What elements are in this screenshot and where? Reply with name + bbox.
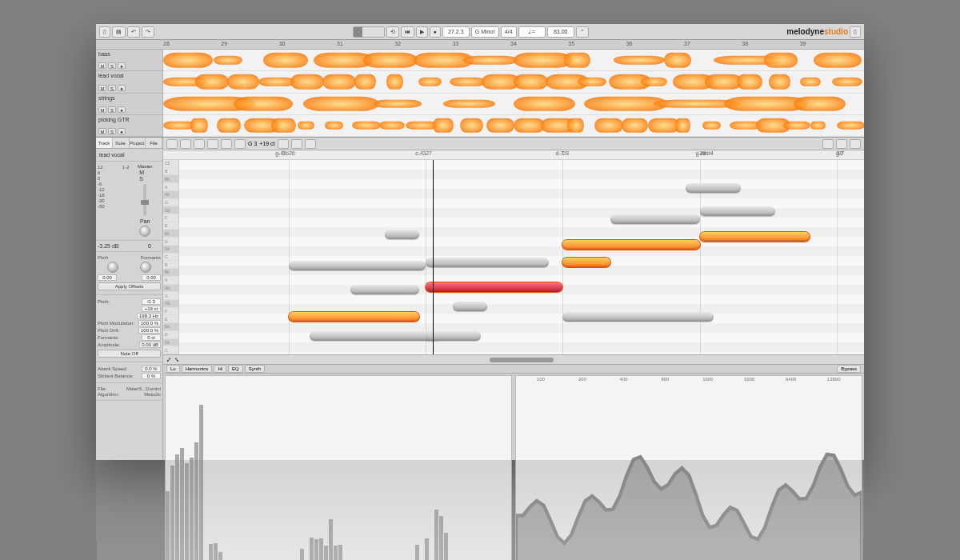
- track-mute-button[interactable]: M: [98, 62, 106, 69]
- pitch-key[interactable]: C: [163, 254, 178, 262]
- tool-time-icon[interactable]: [278, 139, 289, 149]
- track-mute-button[interactable]: M: [98, 128, 106, 134]
- pitch-key[interactable]: Bb: [163, 175, 178, 183]
- note-blob[interactable]: [562, 240, 699, 250]
- pitch-key[interactable]: A: [163, 183, 178, 191]
- track-rec-button[interactable]: ●: [118, 128, 126, 134]
- pitch-key[interactable]: G: [163, 292, 178, 300]
- tool-arrow-button[interactable]: ▤: [112, 26, 126, 38]
- track-mute-button[interactable]: M: [98, 106, 106, 113]
- pitch-key[interactable]: Ab: [163, 285, 178, 293]
- cycle-button[interactable]: ⟲: [386, 26, 399, 38]
- tool-pitch-icon[interactable]: [180, 139, 191, 149]
- track-header[interactable]: strings M S ●: [96, 94, 162, 115]
- track-solo-button[interactable]: S: [108, 128, 116, 134]
- pitch-key[interactable]: D: [163, 238, 178, 246]
- timesig-display[interactable]: 4/4: [501, 26, 517, 38]
- pitch-key[interactable]: Db: [163, 246, 178, 254]
- ni-form-val[interactable]: 0 ct: [142, 334, 161, 341]
- position-display[interactable]: 27.2.3: [442, 26, 470, 38]
- note-off-button[interactable]: Note Off: [98, 350, 161, 358]
- undo-button[interactable]: ↶: [127, 26, 140, 38]
- note-blob[interactable]: [610, 214, 699, 224]
- tool-mod-icon[interactable]: [194, 139, 205, 149]
- rewind-button[interactable]: ⏮: [401, 26, 414, 38]
- inspector-tab[interactable]: Note: [113, 138, 130, 148]
- note-blob[interactable]: [426, 282, 562, 292]
- pitch-ruler[interactable]: C5BBbAAbGGbFEEbDDbCBBbAAbGGbFEEbDDbC: [163, 160, 179, 354]
- display-mode-button[interactable]: ▯: [99, 26, 110, 38]
- track-lane[interactable]: [163, 50, 864, 71]
- track-mute-button[interactable]: M: [98, 85, 106, 91]
- track-name-field[interactable]: lead vocal: [98, 151, 161, 158]
- sound-tab[interactable]: Synth: [245, 365, 265, 373]
- note-blob[interactable]: [700, 232, 810, 242]
- scroll-thumb[interactable]: [490, 358, 554, 362]
- pitch-key[interactable]: B: [163, 168, 178, 176]
- note-blob[interactable]: [289, 261, 426, 270]
- track-solo-button[interactable]: S: [108, 106, 116, 113]
- pitch-key[interactable]: C: [163, 346, 178, 354]
- track-header[interactable]: bass M S ●: [96, 50, 162, 71]
- track-header[interactable]: picking GTR M S ●: [96, 115, 162, 137]
- pitch-key[interactable]: Eb: [163, 230, 178, 238]
- tool-sep-icon[interactable]: [291, 139, 302, 149]
- view-option-2[interactable]: [836, 139, 847, 149]
- chord-track[interactable]: g-/Bbc-/Gd-7g-add4g-7: [163, 150, 864, 160]
- zoom-v-icon[interactable]: ⤡: [174, 357, 179, 363]
- track-lane[interactable]: [163, 115, 864, 137]
- note-blob[interactable]: [426, 331, 480, 341]
- note-blob[interactable]: [686, 183, 740, 193]
- note-blob[interactable]: [562, 258, 610, 267]
- inspector-tab[interactable]: Project: [130, 138, 146, 148]
- chord-label[interactable]: g-/Bb: [275, 150, 289, 156]
- tool-resid-icon[interactable]: [305, 139, 316, 149]
- settings-icon[interactable]: ▯: [850, 26, 861, 38]
- metronome-button[interactable]: ⌃: [576, 26, 589, 38]
- pitch-key[interactable]: D: [163, 331, 178, 339]
- pitch-key[interactable]: Eb: [163, 323, 178, 331]
- pitch-key[interactable]: Gb: [163, 300, 178, 308]
- track-lanes[interactable]: [163, 50, 864, 137]
- pitch-key[interactable]: Db: [163, 339, 178, 347]
- pitch-key[interactable]: Gb: [163, 206, 178, 214]
- ni-attack-val[interactable]: 0.0 %: [142, 366, 161, 372]
- pitch-key[interactable]: G: [163, 199, 178, 207]
- track-lane[interactable]: [163, 94, 864, 115]
- ni-sib-val[interactable]: 0 %: [142, 373, 161, 379]
- bypass-button[interactable]: Bypass: [837, 365, 861, 373]
- timeline-ruler[interactable]: 282930313233343536373839: [96, 40, 864, 50]
- sound-tab[interactable]: EQ: [228, 365, 243, 373]
- note-blob[interactable]: [562, 312, 713, 322]
- track-solo-button[interactable]: S: [108, 62, 116, 69]
- solo-button[interactable]: S: [139, 176, 150, 182]
- pitch-key[interactable]: C5: [163, 160, 178, 168]
- note-grid[interactable]: 2627282930: [179, 160, 864, 354]
- track-rec-button[interactable]: ●: [118, 106, 126, 113]
- track-lane[interactable]: [163, 71, 864, 93]
- formants-offset-value[interactable]: 0.00: [142, 274, 161, 281]
- zoom-h-icon[interactable]: ⤢: [166, 357, 171, 363]
- inspector-tab[interactable]: File: [146, 138, 162, 148]
- pitch-offset-knob[interactable]: [107, 262, 118, 273]
- volume-fader[interactable]: [143, 184, 146, 216]
- note-blob[interactable]: [289, 312, 419, 322]
- note-blob[interactable]: [700, 206, 775, 216]
- gear-icon[interactable]: [850, 139, 861, 149]
- key-display[interactable]: G Minor: [471, 26, 499, 38]
- pitch-key[interactable]: E: [163, 222, 178, 230]
- play-button[interactable]: ▶: [416, 26, 428, 38]
- pitch-key[interactable]: E: [163, 315, 178, 323]
- playhead[interactable]: [433, 160, 434, 354]
- apply-offsets-button[interactable]: Apply Offsets: [98, 282, 161, 290]
- tool-main-icon[interactable]: [166, 139, 178, 149]
- ni-drift-val[interactable]: 100.0 %: [138, 327, 161, 334]
- note-blob[interactable]: [385, 230, 419, 239]
- track-rec-button[interactable]: ●: [118, 62, 126, 69]
- chord-label[interactable]: c-/G: [415, 150, 426, 156]
- note-blob[interactable]: [426, 258, 549, 267]
- view-option-1[interactable]: [822, 139, 834, 149]
- sound-tab[interactable]: Lo: [166, 365, 180, 373]
- zoom-slider[interactable]: [353, 26, 385, 38]
- note-blob[interactable]: [350, 285, 419, 294]
